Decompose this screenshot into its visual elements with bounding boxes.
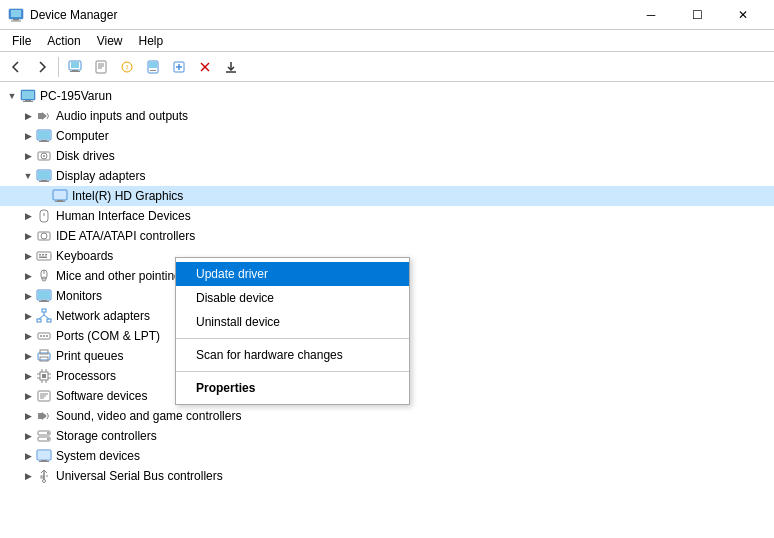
svg-point-69 [46,335,48,337]
toolbar-properties[interactable] [89,55,113,79]
tree-disk[interactable]: ▶ Disk drives [0,146,774,166]
svg-point-90 [47,432,49,434]
svg-rect-32 [39,141,49,142]
menu-action[interactable]: Action [39,32,88,50]
computer-icon [36,128,52,144]
audio-icon [36,108,52,124]
ports-icon [36,328,52,344]
title-bar-left: Device Manager [8,7,117,23]
minimize-button[interactable]: ─ [628,0,674,30]
svg-rect-59 [39,301,49,302]
svg-rect-26 [25,100,31,101]
context-properties[interactable]: Properties [176,376,409,400]
tree-intel-graphics[interactable]: Intel(R) HD Graphics [0,186,774,206]
computer-expand-icon: ▶ [20,128,36,144]
keyboard-icon [36,248,52,264]
tree-display[interactable]: ▼ Display adapters [0,166,774,186]
svg-rect-39 [39,181,49,182]
print-icon [36,348,52,364]
display-expand-icon: ▼ [20,168,36,184]
monitors-label: Monitors [56,289,102,303]
menu-help[interactable]: Help [131,32,172,50]
toolbar-remove[interactable] [193,55,217,79]
toolbar-add[interactable] [167,55,191,79]
window-title: Device Manager [30,8,117,22]
context-update-driver[interactable]: Update driver [176,262,409,286]
svg-rect-43 [55,201,65,202]
disk-label: Disk drives [56,149,115,163]
device-tree[interactable]: ▼ PC-195Varun ▶ Audio inp [0,82,774,538]
menu-file[interactable]: File [4,32,39,50]
context-disable-device[interactable]: Disable device [176,286,409,310]
ide-label: IDE ATA/ATAPI controllers [56,229,195,243]
network-label: Network adapters [56,309,150,323]
svg-point-91 [47,438,49,440]
svg-rect-8 [96,61,106,73]
close-button[interactable]: ✕ [720,0,766,30]
tree-root[interactable]: ▼ PC-195Varun [0,86,774,106]
software-icon [36,388,52,404]
system-label: System devices [56,449,140,463]
keyboard-label: Keyboards [56,249,113,263]
svg-rect-41 [54,191,66,199]
system-expand-icon: ▶ [20,448,36,464]
intel-expand-icon [36,188,52,204]
svg-rect-38 [41,180,47,181]
svg-rect-87 [38,413,42,419]
print-expand-icon: ▶ [20,348,36,364]
svg-rect-42 [57,200,63,201]
tree-system[interactable]: ▶ System devices [0,446,774,466]
svg-rect-62 [47,319,51,322]
audio-expand-icon: ▶ [20,108,36,124]
svg-rect-5 [71,62,79,68]
monitors-expand-icon: ▶ [20,288,36,304]
ports-expand-icon: ▶ [20,328,36,344]
app-icon [8,7,24,23]
storage-icon [36,428,52,444]
svg-rect-31 [41,140,47,141]
monitors-icon [36,288,52,304]
svg-point-47 [41,233,47,239]
svg-rect-50 [42,254,44,256]
menu-view[interactable]: View [89,32,131,50]
toolbar-update-driver[interactable]: ! [115,55,139,79]
processors-label: Processors [56,369,116,383]
tree-usb[interactable]: ▶ Universal Serial Bus controllers [0,466,774,486]
svg-line-65 [44,315,49,319]
toolbar-forward[interactable] [30,55,54,79]
toolbar-back[interactable] [4,55,28,79]
system-icon [36,448,52,464]
toolbar-download[interactable] [219,55,243,79]
menu-bar: File Action View Help [0,30,774,52]
ide-icon [36,228,52,244]
tree-sound[interactable]: ▶ Sound, video and game controllers [0,406,774,426]
mice-expand-icon: ▶ [20,268,36,284]
svg-rect-37 [38,171,50,179]
usb-label: Universal Serial Bus controllers [56,469,223,483]
network-expand-icon: ▶ [20,308,36,324]
svg-rect-74 [42,374,46,378]
context-scan-hardware[interactable]: Scan for hardware changes [176,343,409,367]
maximize-button[interactable]: ☐ [674,0,720,30]
hid-icon [36,208,52,224]
toolbar-computer[interactable] [63,55,87,79]
tree-computer[interactable]: ▶ Computer [0,126,774,146]
svg-point-67 [40,335,42,337]
window-controls: ─ ☐ ✕ [628,0,766,30]
disk-icon [36,148,52,164]
tree-audio[interactable]: ▶ Audio inputs and outputs [0,106,774,126]
tree-hid[interactable]: ▶ Human Interface Devices [0,206,774,226]
svg-rect-25 [22,91,34,99]
software-label: Software devices [56,389,147,403]
svg-point-99 [43,480,46,483]
toolbar-scan[interactable] [141,55,165,79]
svg-rect-6 [72,70,78,71]
svg-rect-49 [39,254,41,256]
context-uninstall-device[interactable]: Uninstall device [176,310,409,334]
context-sep-1 [176,338,409,339]
tree-ide[interactable]: ▶ IDE ATA/ATAPI controllers [0,226,774,246]
svg-rect-3 [11,20,21,21]
tree-storage[interactable]: ▶ Storage controllers [0,426,774,446]
svg-rect-30 [38,131,50,139]
svg-rect-61 [37,319,41,322]
